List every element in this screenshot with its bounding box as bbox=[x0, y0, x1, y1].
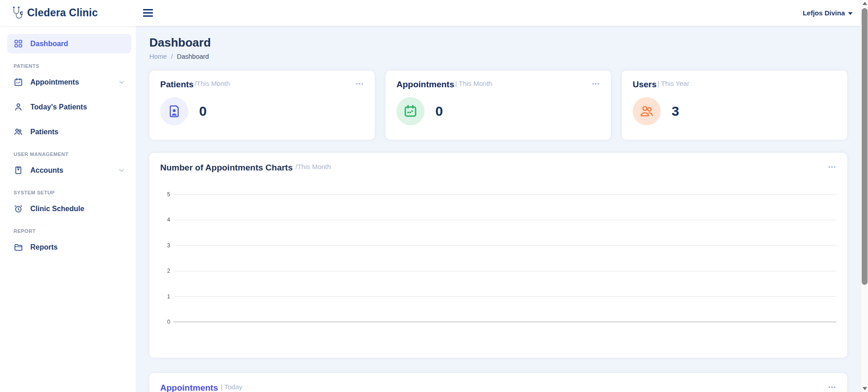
sidebar-item-appointments[interactable]: Appointments bbox=[7, 72, 131, 92]
gridline bbox=[174, 245, 836, 246]
sidebar-item-todays-patients[interactable]: Today's Patients bbox=[7, 97, 131, 117]
app-header: Cledera Clinic Lefjos Divina bbox=[0, 0, 868, 26]
gridline bbox=[174, 220, 836, 220]
sidebar-item-label: Reports bbox=[30, 243, 57, 251]
y-axis-tick-label: 2 bbox=[160, 268, 170, 274]
sidebar-section-user-management: USER MANAGEMENT bbox=[14, 151, 136, 157]
breadcrumb: Home / Dashboard bbox=[149, 53, 847, 60]
main-content: Dashboard Home / Dashboard Patients /Thi… bbox=[136, 26, 860, 392]
sidebar-section-patients: PATIENTS bbox=[14, 63, 136, 69]
stat-cards-row: Patients /This Month ••• 0 bbox=[149, 71, 847, 140]
sidebar-item-label: Clinic Schedule bbox=[30, 205, 84, 213]
grid-icon bbox=[14, 39, 23, 48]
page-title: Dashboard bbox=[149, 36, 847, 50]
panel-title: Appointments bbox=[160, 383, 218, 392]
chart-grid-row: 2 bbox=[160, 268, 836, 274]
sidebar-item-dashboard[interactable]: Dashboard bbox=[7, 34, 131, 53]
stat-value: 3 bbox=[672, 104, 679, 119]
sidebar-item-patients[interactable]: Patients bbox=[7, 122, 131, 142]
patient-record-icon bbox=[160, 97, 188, 125]
scrollbar-thumb[interactable] bbox=[862, 8, 868, 285]
card-title: Appointments bbox=[396, 80, 454, 90]
sidebar-item-label: Accounts bbox=[30, 166, 63, 175]
sidebar-item-label: Dashboard bbox=[30, 40, 68, 48]
sidebar-item-label: Appointments bbox=[30, 78, 79, 86]
calendar-icon bbox=[14, 77, 23, 87]
sidebar-item-label: Today's Patients bbox=[30, 103, 87, 111]
app-root: Cledera Clinic Lefjos Divina Dashboard P… bbox=[0, 0, 868, 392]
sidebar-section-system-setup: SYSTEM SETUP bbox=[14, 190, 136, 195]
gridline bbox=[174, 296, 836, 297]
chart-menu-button[interactable]: ••• bbox=[825, 163, 836, 171]
chart-grid-row: 3 bbox=[160, 242, 836, 249]
chart-grid-row: 1 bbox=[160, 293, 836, 300]
panel-menu-button[interactable]: ••• bbox=[825, 383, 836, 392]
user-menu[interactable]: Lefjos Divina bbox=[803, 9, 853, 17]
card-menu-button[interactable]: ••• bbox=[588, 80, 600, 88]
breadcrumb-separator: / bbox=[171, 53, 173, 60]
person-icon bbox=[14, 102, 23, 112]
y-axis-tick-label: 0 bbox=[160, 319, 170, 325]
gridline bbox=[174, 194, 836, 195]
y-axis-tick-label: 1 bbox=[160, 293, 170, 300]
chart-grid-row: 4 bbox=[160, 217, 836, 223]
card-title: Users bbox=[633, 80, 657, 90]
chart-grid-row: 0 bbox=[160, 319, 836, 325]
sidebar-item-label: Patients bbox=[30, 128, 58, 136]
vertical-scrollbar bbox=[860, 0, 868, 392]
stethoscope-icon bbox=[11, 6, 23, 20]
sidebar-item-accounts[interactable]: Accounts bbox=[7, 161, 131, 180]
alarm-clock-icon bbox=[14, 204, 23, 213]
user-name: Lefjos Divina bbox=[803, 9, 845, 17]
users-icon bbox=[633, 97, 661, 125]
chart-title: Number of Appointments Charts bbox=[160, 163, 293, 173]
triangle-up-icon bbox=[863, 2, 867, 5]
chart-period: /This Month bbox=[296, 163, 331, 170]
people-icon bbox=[14, 127, 23, 137]
sidebar-item-reports[interactable]: Reports bbox=[7, 237, 131, 257]
panel-period: | Today bbox=[221, 383, 243, 391]
stat-value: 0 bbox=[435, 104, 443, 119]
y-axis-tick-label: 3 bbox=[160, 242, 170, 249]
scroll-down-button[interactable] bbox=[861, 385, 868, 392]
calendar-icon bbox=[396, 97, 424, 125]
chart-plot: 543210 bbox=[160, 194, 836, 322]
sidebar: Dashboard PATIENTS Appointments bbox=[0, 26, 136, 392]
y-axis-tick-label: 4 bbox=[160, 217, 170, 223]
sidebar-item-clinic-schedule[interactable]: Clinic Schedule bbox=[7, 199, 131, 218]
gridline bbox=[174, 321, 836, 322]
folder-icon bbox=[14, 242, 23, 252]
patients-stat-card: Patients /This Month ••• 0 bbox=[149, 71, 375, 140]
sidebar-toggle-button[interactable] bbox=[143, 9, 154, 18]
appointments-chart-card: Number of Appointments Charts /This Mont… bbox=[149, 153, 847, 358]
gridline bbox=[174, 271, 836, 271]
brand-link[interactable]: Cledera Clinic bbox=[0, 6, 136, 20]
chevron-down-icon bbox=[118, 79, 125, 85]
caret-down-icon bbox=[848, 12, 853, 15]
chevron-down-icon bbox=[118, 167, 125, 174]
breadcrumb-current: Dashboard bbox=[177, 53, 209, 60]
card-menu-button[interactable]: ••• bbox=[352, 80, 364, 88]
users-stat-card: Users | This Year 3 bbox=[622, 71, 847, 140]
triangle-down-icon bbox=[863, 387, 867, 390]
chart-grid-row: 5 bbox=[160, 191, 836, 198]
card-period: /This Month bbox=[195, 80, 230, 87]
card-title: Patients bbox=[160, 80, 194, 90]
y-axis-tick-label: 5 bbox=[160, 191, 170, 198]
scroll-up-button[interactable] bbox=[861, 0, 868, 7]
breadcrumb-home-link[interactable]: Home bbox=[149, 53, 167, 60]
brand-name: Cledera Clinic bbox=[27, 7, 98, 19]
appointments-stat-card: Appointments | This Month ••• 0 bbox=[386, 71, 611, 140]
id-card-icon bbox=[14, 165, 23, 175]
card-period: | This Month bbox=[455, 80, 492, 87]
appointments-today-panel: Appointments | Today ••• bbox=[149, 373, 847, 392]
sidebar-section-report: REPORT bbox=[14, 228, 136, 234]
stat-value: 0 bbox=[199, 104, 207, 119]
card-period: | This Year bbox=[658, 80, 689, 87]
